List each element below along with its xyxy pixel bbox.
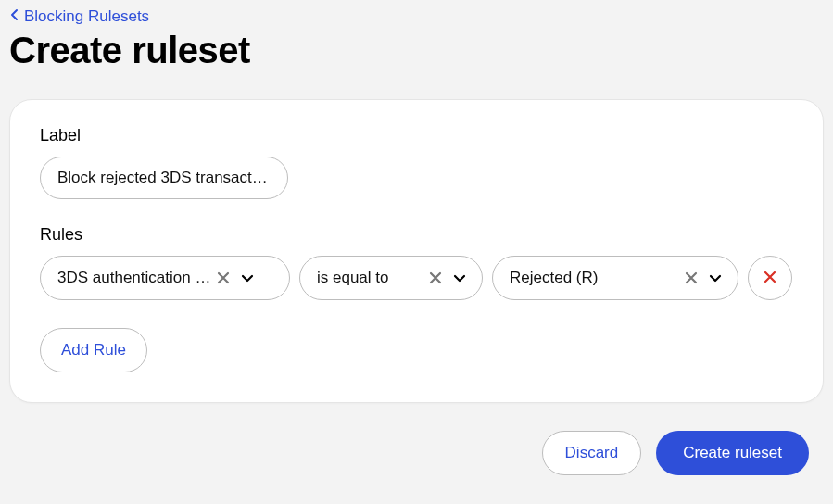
add-rule-button[interactable]: Add Rule xyxy=(40,328,147,372)
label-section-heading: Label xyxy=(40,126,793,145)
rule-field-select[interactable]: 3DS authentication … xyxy=(40,256,290,300)
discard-button[interactable]: Discard xyxy=(542,431,642,475)
breadcrumb-label: Blocking Rulesets xyxy=(24,7,149,26)
breadcrumb-back[interactable]: Blocking Rulesets xyxy=(9,7,149,26)
ruleset-card: Label Rules 3DS authentication … is equa… xyxy=(9,99,824,403)
rules-section-heading: Rules xyxy=(40,225,793,245)
page-title: Create ruleset xyxy=(9,30,824,71)
delete-rule-button[interactable] xyxy=(748,256,792,300)
rule-field-value: 3DS authentication … xyxy=(57,269,210,287)
clear-operator-icon[interactable] xyxy=(426,269,445,287)
rule-operator-value: is equal to xyxy=(317,269,423,287)
chevron-left-icon xyxy=(9,7,20,26)
clear-field-icon[interactable] xyxy=(214,269,233,287)
footer-actions: Discard Create ruleset xyxy=(9,431,824,475)
clear-value-icon[interactable] xyxy=(682,269,700,287)
rule-operator-select[interactable]: is equal to xyxy=(299,256,483,300)
create-ruleset-button[interactable]: Create ruleset xyxy=(656,431,809,475)
rule-row: 3DS authentication … is equal to xyxy=(40,256,793,300)
chevron-down-icon xyxy=(450,269,469,287)
rule-value-select[interactable]: Rejected (R) xyxy=(492,256,738,300)
chevron-down-icon xyxy=(238,269,257,287)
ruleset-label-input[interactable] xyxy=(40,157,288,199)
chevron-down-icon xyxy=(706,269,725,287)
close-icon xyxy=(763,270,777,287)
rule-value-value: Rejected (R) xyxy=(510,269,678,287)
